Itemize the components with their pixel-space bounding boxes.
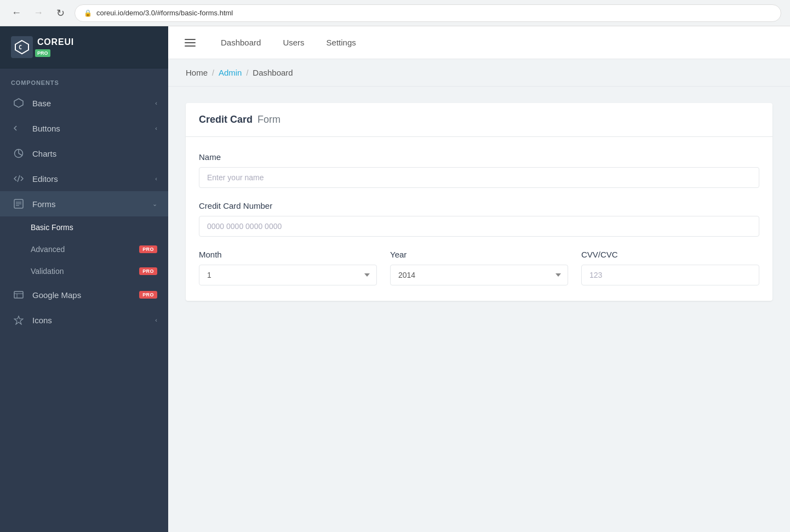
reload-button[interactable]: ↻ — [53, 5, 68, 21]
cvv-field-group: CVV/CVC — [581, 250, 759, 285]
forward-button[interactable]: → — [31, 5, 46, 21]
sidebar-item-label-icons: Icons — [32, 316, 155, 325]
breadcrumb: Home / Admin / Dashboard — [168, 59, 790, 87]
lock-icon: 🔒 — [84, 9, 92, 17]
browser-chrome: ← → ↻ 🔒 coreui.io/demo/3.0/#forms/basic-… — [0, 0, 790, 26]
forms-icon — [13, 199, 25, 209]
brand-logo-icon: C — [11, 36, 33, 58]
editors-arrow-icon: ‹ — [155, 175, 157, 182]
svg-line-4 — [18, 175, 20, 182]
app-container: C COREUI PRO COMPONENTS Base ‹ Buttons ‹ — [0, 26, 790, 532]
breadcrumb-dashboard: Dashboard — [253, 68, 293, 77]
buttons-icon — [13, 123, 25, 133]
nav-link-settings[interactable]: Settings — [318, 33, 365, 52]
hamburger-line-3 — [185, 45, 196, 47]
sidebar-item-label-buttons: Buttons — [32, 124, 155, 133]
nav-link-dashboard[interactable]: Dashboard — [212, 33, 270, 52]
sidebar-brand: C COREUI PRO — [0, 26, 168, 68]
brand-pro-badge: PRO — [35, 49, 50, 57]
base-icon — [13, 98, 25, 108]
hamburger-line-2 — [185, 42, 196, 43]
credit-card-form-card: Credit Card Form Name Credit Card Number — [186, 103, 772, 301]
icons-arrow-icon: ‹ — [155, 317, 157, 323]
card-number-input[interactable] — [199, 216, 759, 237]
sidebar-sub-item-advanced[interactable]: Advanced PRO — [0, 238, 168, 260]
google-maps-icon — [13, 290, 25, 300]
advanced-pro-badge: PRO — [139, 245, 157, 253]
card-body: Name Credit Card Number Month 1 2 — [186, 137, 772, 301]
month-field-group: Month 1 2 3 4 5 6 7 8 9 1 — [199, 250, 377, 285]
card-header: Credit Card Form — [186, 103, 772, 137]
hamburger-button[interactable] — [181, 36, 199, 50]
breadcrumb-sep-2: / — [246, 68, 248, 77]
icons-icon — [13, 315, 25, 325]
sidebar-sub-label-basic-forms: Basic Forms — [31, 223, 157, 232]
card-title: Credit Card Form — [199, 114, 280, 125]
breadcrumb-sep-1: / — [212, 68, 214, 77]
breadcrumb-home: Home — [186, 68, 208, 77]
sidebar-item-base[interactable]: Base ‹ — [0, 90, 168, 116]
month-label: Month — [199, 250, 377, 259]
svg-text:C: C — [19, 44, 22, 50]
sidebar-item-editors[interactable]: Editors ‹ — [0, 166, 168, 191]
card-number-field-group: Credit Card Number — [199, 201, 759, 237]
sidebar-sub-label-validation: Validation — [31, 267, 139, 276]
cvv-label: CVV/CVC — [581, 250, 759, 259]
nav-link-users[interactable]: Users — [274, 33, 313, 52]
sidebar-sub-item-basic-forms[interactable]: Basic Forms — [0, 216, 168, 238]
sidebar-item-label-forms: Forms — [32, 199, 152, 209]
card-title-bold: Credit Card — [199, 114, 253, 125]
name-input[interactable] — [199, 167, 759, 188]
main-area: Dashboard Users Settings Home / Admin / … — [168, 26, 790, 532]
month-select[interactable]: 1 2 3 4 5 6 7 8 9 10 11 — [199, 265, 377, 285]
sidebar-item-forms[interactable]: Forms ⌄ — [0, 191, 168, 216]
section-title-components: COMPONENTS — [0, 68, 168, 90]
editors-icon — [13, 174, 25, 184]
sidebar-item-icons[interactable]: Icons ‹ — [0, 307, 168, 333]
charts-icon — [13, 148, 25, 158]
sidebar-item-label-editors: Editors — [32, 174, 155, 184]
sidebar-item-buttons[interactable]: Buttons ‹ — [0, 116, 168, 141]
sidebar-sub-item-validation[interactable]: Validation PRO — [0, 260, 168, 282]
buttons-arrow-icon: ‹ — [155, 125, 157, 131]
svg-rect-9 — [14, 291, 23, 298]
url-text: coreui.io/demo/3.0/#forms/basic-forms.ht… — [96, 9, 233, 17]
address-bar[interactable]: 🔒 coreui.io/demo/3.0/#forms/basic-forms.… — [75, 4, 781, 22]
card-title-normal: Form — [257, 114, 280, 125]
hamburger-line-1 — [185, 39, 196, 40]
sidebar-item-label-charts: Charts — [32, 149, 157, 158]
validation-pro-badge: PRO — [139, 267, 157, 275]
breadcrumb-admin[interactable]: Admin — [219, 68, 242, 77]
base-arrow-icon: ‹ — [155, 100, 157, 106]
sidebar-item-label-google-maps: Google Maps — [32, 290, 139, 300]
brand-name: COREUI — [37, 37, 74, 47]
sidebar-item-charts[interactable]: Charts — [0, 141, 168, 166]
year-select[interactable]: 2014 2015 2016 2017 2018 2019 2020 2021 … — [390, 265, 568, 285]
google-maps-pro-badge: PRO — [139, 291, 157, 299]
content-area: Credit Card Form Name Credit Card Number — [168, 87, 790, 532]
sidebar-sub-label-advanced: Advanced — [31, 245, 139, 254]
year-label: Year — [390, 250, 568, 259]
name-label: Name — [199, 152, 759, 162]
cvv-input[interactable] — [581, 265, 759, 285]
sidebar: C COREUI PRO COMPONENTS Base ‹ Buttons ‹ — [0, 26, 168, 532]
back-button[interactable]: ← — [9, 5, 24, 21]
expiry-cvv-row: Month 1 2 3 4 5 6 7 8 9 1 — [199, 250, 759, 285]
sidebar-item-google-maps[interactable]: Google Maps PRO — [0, 282, 168, 307]
card-number-label: Credit Card Number — [199, 201, 759, 210]
name-field-group: Name — [199, 152, 759, 188]
svg-marker-12 — [14, 316, 23, 324]
top-nav: Dashboard Users Settings — [168, 26, 790, 59]
year-field-group: Year 2014 2015 2016 2017 2018 2019 2020 … — [390, 250, 568, 285]
sidebar-item-label-base: Base — [32, 99, 155, 108]
forms-arrow-icon: ⌄ — [152, 201, 157, 208]
